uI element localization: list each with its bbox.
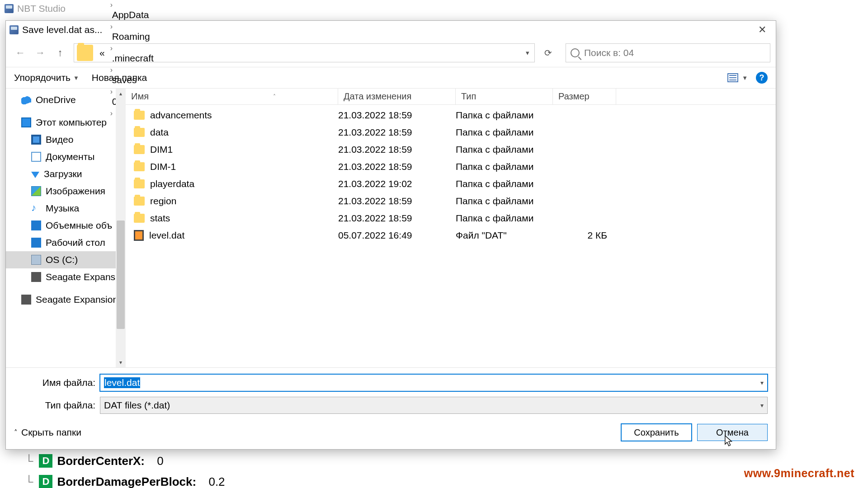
file-row[interactable]: playerdata21.03.2022 19:02Папка с файлам… [126,175,776,192]
column-name[interactable]: Имя ˄ [126,89,338,104]
disk-icon [31,255,41,265]
tree-key: BorderCenterX: [57,454,145,468]
filetype-value: DAT files (*.dat) [104,400,170,411]
save-button[interactable]: Сохранить [621,424,692,441]
doc-icon [31,152,41,162]
sidebar-item[interactable]: Документы [6,148,126,165]
chevron-down-icon: ▼ [742,75,748,81]
file-name: DIM1 [150,144,173,155]
dl-icon [31,172,39,178]
filename-value: level.dat [104,377,140,388]
sidebar-item[interactable]: Загрузки [6,165,126,183]
double-tag-icon: D [39,454,52,468]
sidebar-item-label: Музыка [46,203,79,214]
file-date: 21.03.2022 18:59 [338,110,456,121]
file-date: 21.03.2022 18:59 [338,196,456,206]
back-button[interactable]: ← [11,45,29,61]
file-row[interactable]: region21.03.2022 18:59Папка с файлами [126,192,776,210]
chevron-down-icon: ▼ [73,75,79,81]
search-input[interactable]: Поиск в: 04 [566,43,770,62]
app-icon [5,4,14,13]
file-row[interactable]: level.dat05.07.2022 16:49Файл "DAT"2 КБ [126,227,776,244]
tree-connector: └ [25,454,32,468]
tree-value: 0 [157,454,163,468]
dialog-icon [9,25,19,34]
sidebar-item-label: Видео [46,134,73,145]
tree-value: 0.2 [208,475,225,488]
sidebar-item[interactable]: ♪Музыка [6,200,126,217]
file-row[interactable]: advancements21.03.2022 18:59Папка с файл… [126,107,776,124]
file-row[interactable]: DIM121.03.2022 18:59Папка с файлами [126,141,776,158]
file-date: 21.03.2022 18:59 [338,161,456,172]
hide-folders-toggle[interactable]: ˄ Скрыть папки [14,427,81,438]
column-date[interactable]: Дата изменения [338,89,456,104]
file-date: 21.03.2022 18:59 [338,127,456,138]
sidebar-item[interactable]: OS (C:) [6,251,126,268]
tree-connector: └ [25,475,32,488]
file-type: Папка с файлами [456,127,553,138]
cancel-button[interactable]: Отмена [697,424,768,441]
forward-button[interactable]: → [31,45,49,61]
sidebar-item[interactable]: Seagate Expansi [6,268,126,286]
file-list-area: Имя ˄ Дата изменения Тип Размер advancem… [126,89,776,367]
breadcrumb-segment[interactable]: AppData [108,9,163,20]
file-name: DIM-1 [150,161,176,172]
sidebar-item-label: OneDrive [36,94,76,105]
file-date: 21.03.2022 18:59 [338,144,456,155]
breadcrumb-prefix[interactable]: « [96,44,108,62]
folder-icon [134,111,145,120]
sidebar-scrollbar[interactable]: ▴ ▾ [116,89,126,367]
view-mode-button[interactable]: ▼ [727,73,748,82]
scroll-down-icon[interactable]: ▾ [116,357,126,367]
column-size[interactable]: Размер [553,89,616,104]
organize-button[interactable]: Упорядочить ▼ [14,72,79,83]
chevron-right-icon: › [108,1,114,9]
breadcrumb-segment[interactable]: Roaming [108,31,163,42]
3d-icon [31,221,41,230]
help-button[interactable]: ? [756,72,768,84]
chevron-down-icon[interactable]: ▾ [760,402,764,409]
breadcrumb[interactable]: « Александр›AppData›Roaming›.minecraft›s… [74,43,535,62]
sidebar-item-label: Этот компьютер [36,117,107,128]
sidebar-item[interactable]: Seagate Expansion [6,291,126,308]
pc-icon [21,117,31,127]
file-date: 21.03.2022 19:02 [338,178,456,189]
file-name: region [150,196,176,206]
chevron-down-icon[interactable]: ▾ [760,379,764,386]
cloud-icon [21,95,31,105]
sidebar-item[interactable]: Видео [6,131,126,148]
file-type: Файл "DAT" [456,230,553,241]
sidebar-item[interactable]: Рабочий стол [6,234,126,251]
folder-icon [134,162,145,171]
scroll-up-icon[interactable]: ▴ [116,89,126,99]
tree-row[interactable]: └ D BorderCenterX: 0 [25,452,225,470]
img-icon [31,186,41,196]
double-tag-icon: D [39,475,52,488]
up-button[interactable]: ↑ [51,45,69,61]
ext-icon [31,272,41,282]
tree-row[interactable]: └ D BorderDamagePerBlock: 0.2 [25,473,225,488]
folder-icon [134,179,145,188]
refresh-button[interactable]: ⟳ [538,43,557,62]
new-folder-button[interactable]: Новая папка [92,72,147,83]
sidebar-item[interactable]: OneDrive [6,91,126,108]
file-row[interactable]: data21.03.2022 18:59Папка с файлами [126,124,776,141]
file-type: Папка с файлами [456,196,553,206]
file-name: playerdata [150,178,194,189]
file-row[interactable]: DIM-121.03.2022 18:59Папка с файлами [126,158,776,175]
sidebar-item[interactable]: Этот компьютер [6,114,126,131]
sidebar-item[interactable]: Изображения [6,183,126,200]
filetype-select[interactable]: DAT files (*.dat) ▾ [100,397,768,414]
close-button[interactable]: ✕ [752,23,772,37]
breadcrumb-dropdown[interactable]: ▾ [521,49,534,57]
folder-icon [134,214,145,223]
vid-icon [31,135,41,145]
sidebar-item[interactable]: Объемные объ [6,217,126,234]
file-row[interactable]: stats21.03.2022 18:59Папка с файлами [126,210,776,227]
scroll-thumb[interactable] [117,221,125,329]
file-type: Папка с файлами [456,161,553,172]
search-placeholder: Поиск в: 04 [584,47,634,58]
filename-input[interactable]: level.dat ▾ [100,374,768,391]
breadcrumb-segment[interactable]: .minecraft [108,53,163,64]
column-type[interactable]: Тип [456,89,553,104]
